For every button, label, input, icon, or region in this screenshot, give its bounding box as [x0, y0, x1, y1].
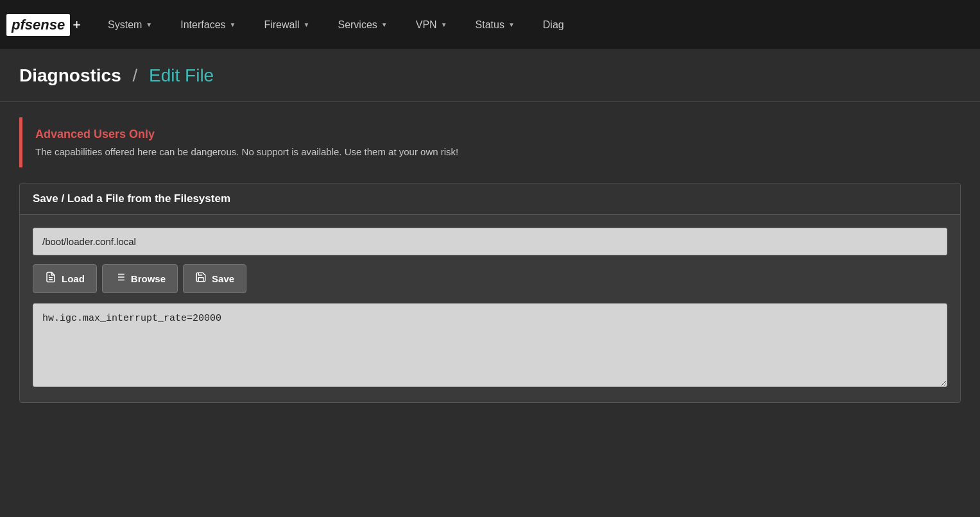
nav-link-system[interactable]: System ▼: [94, 0, 166, 50]
save-label: Save: [212, 273, 234, 284]
nav-item-vpn: VPN ▼: [402, 0, 461, 50]
brand-logo-link[interactable]: pfsense +: [6, 14, 81, 36]
nav-link-vpn[interactable]: VPN ▼: [402, 0, 461, 50]
nav-link-services[interactable]: Services ▼: [323, 0, 401, 50]
brand-logo: pfsense: [6, 14, 70, 36]
nav-label-status: Status: [476, 19, 504, 31]
nav-link-firewall[interactable]: Firewall ▼: [250, 0, 323, 50]
nav-menu: System ▼ Interfaces ▼ Firewall ▼ Service…: [94, 0, 578, 50]
browse-button[interactable]: Browse: [102, 264, 178, 293]
load-icon: [45, 271, 56, 286]
nav-label-system: System: [108, 19, 142, 31]
warning-title: Advanced Users Only: [35, 128, 948, 141]
browse-label: Browse: [131, 273, 166, 284]
brand-pf: pf: [12, 17, 25, 33]
warning-box: Advanced Users Only The capabilities off…: [19, 117, 961, 167]
navbar: pfsense + System ▼ Interfaces ▼ Firewall…: [0, 0, 980, 50]
nav-arrow-firewall: ▼: [304, 21, 310, 28]
nav-item-firewall: Firewall ▼: [250, 0, 323, 50]
nav-label-firewall: Firewall: [264, 19, 299, 31]
nav-label-services: Services: [338, 19, 377, 31]
file-path-input[interactable]: [33, 228, 947, 255]
breadcrumb-separator: /: [132, 65, 137, 85]
warning-text: The capabilities offered here can be dan…: [35, 146, 948, 157]
panel-body: Load Browse: [20, 215, 960, 402]
browse-icon: [114, 271, 126, 286]
nav-arrow-status: ▼: [508, 21, 515, 28]
panel-header: Save / Load a File from the Filesystem: [20, 183, 960, 215]
nav-arrow-vpn: ▼: [441, 21, 447, 28]
nav-item-status: Status ▼: [461, 0, 529, 50]
nav-arrow-interfaces: ▼: [230, 21, 236, 28]
page-title: Diagnostics / Edit File: [19, 65, 961, 86]
nav-item-interfaces: Interfaces ▼: [166, 0, 250, 50]
brand-plus: +: [73, 17, 81, 33]
load-button[interactable]: Load: [33, 264, 97, 293]
page-header: Diagnostics / Edit File: [0, 50, 980, 102]
nav-arrow-system: ▼: [146, 21, 152, 28]
panel: Save / Load a File from the Filesystem: [19, 183, 961, 403]
file-content-textarea[interactable]: hw.igc.max_interrupt_rate=20000: [33, 303, 947, 387]
nav-link-interfaces[interactable]: Interfaces ▼: [166, 0, 250, 50]
nav-label-vpn: VPN: [416, 19, 437, 31]
nav-label-diag: Diag: [543, 19, 564, 31]
save-button[interactable]: Save: [183, 264, 246, 293]
breadcrumb-current: Edit File: [149, 65, 214, 85]
load-label: Load: [62, 273, 85, 284]
nav-link-diag[interactable]: Diag: [529, 0, 578, 50]
breadcrumb-parent: Diagnostics: [19, 65, 121, 85]
nav-arrow-services: ▼: [381, 21, 388, 28]
nav-item-system: System ▼: [94, 0, 166, 50]
nav-link-status[interactable]: Status ▼: [461, 0, 529, 50]
nav-item-services: Services ▼: [323, 0, 401, 50]
nav-item-diag: Diag: [529, 0, 578, 50]
button-group: Load Browse: [33, 264, 947, 293]
panel-title: Save / Load a File from the Filesystem: [33, 192, 230, 205]
save-icon: [195, 271, 207, 286]
nav-label-interfaces: Interfaces: [180, 19, 225, 31]
main-content: Advanced Users Only The capabilities off…: [0, 102, 980, 418]
